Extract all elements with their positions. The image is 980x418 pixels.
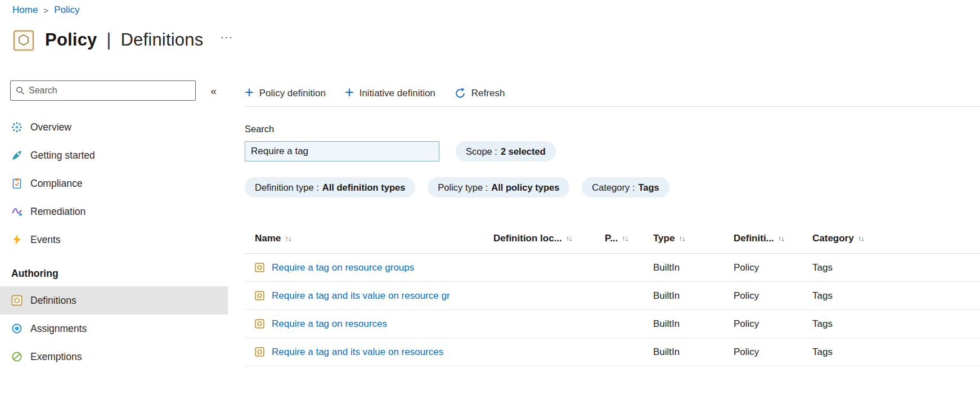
column-label: Category <box>812 233 854 244</box>
collapse-sidebar-icon[interactable]: « <box>207 84 220 98</box>
page-title-primary: Policy <box>45 30 97 50</box>
sidebar: « Overview <box>0 80 228 418</box>
sidebar-item-events[interactable]: Events <box>0 226 228 254</box>
column-header-policies[interactable]: P... ↑↓ <box>605 233 653 244</box>
pill-label: Policy type : <box>438 182 488 193</box>
definitions-icon <box>11 295 23 306</box>
initiative-definition-label: Initiative definition <box>359 88 435 99</box>
sort-icon: ↑↓ <box>285 234 291 242</box>
category-cell: Tags <box>812 347 980 358</box>
column-label: Definition loc... <box>493 233 562 244</box>
table-row: Require a tag and its value on resource … <box>245 282 980 310</box>
sidebar-item-label: Events <box>30 234 61 246</box>
policy-definition-icon <box>255 319 264 329</box>
filter-pill-scope[interactable]: Scope : 2 selected <box>456 141 556 161</box>
initiative-definition-button[interactable]: + Initiative definition <box>345 86 435 101</box>
sidebar-item-label: Definitions <box>30 295 77 307</box>
definition-type-cell: Policy <box>734 347 812 358</box>
category-cell: Tags <box>812 262 980 273</box>
sidebar-item-getting-started[interactable]: Getting started <box>0 141 228 169</box>
policy-definition-icon <box>255 347 264 357</box>
chevron-right-icon: > <box>43 6 48 15</box>
category-cell: Tags <box>812 318 980 330</box>
exemptions-icon <box>11 351 23 362</box>
refresh-label: Refresh <box>471 88 505 99</box>
column-label: P... <box>605 233 618 244</box>
pill-value: All definition types <box>322 182 406 193</box>
column-header-name[interactable]: Name ↑↓ <box>245 233 493 244</box>
category-cell: Tags <box>812 290 980 302</box>
events-icon <box>11 234 23 245</box>
sidebar-item-label: Compliance <box>30 178 82 190</box>
column-header-type[interactable]: Type ↑↓ <box>653 233 734 244</box>
filter-pill-policy-type[interactable]: Policy type : All policy types <box>428 177 569 197</box>
definition-type-cell: Policy <box>734 318 812 330</box>
page-title: Policy | Definitions <box>45 30 203 50</box>
filter-search-input[interactable] <box>245 141 439 161</box>
pill-value: All policy types <box>491 182 559 193</box>
sidebar-nav: Overview Getting started Compliance <box>0 113 228 371</box>
pill-label: Category : <box>592 182 635 193</box>
column-header-definition-type[interactable]: Definiti... ↑↓ <box>734 233 812 244</box>
sidebar-search-input[interactable] <box>10 80 196 101</box>
breadcrumb: Home > Policy <box>12 5 79 16</box>
name-cell: Require a tag on resource groups <box>245 262 493 273</box>
sidebar-section-authoring: Authoring <box>0 260 228 286</box>
compliance-icon <box>11 178 23 189</box>
pill-label: Scope : <box>466 146 497 157</box>
sidebar-item-label: Overview <box>30 122 71 133</box>
policy-name-link[interactable]: Require a tag on resources <box>272 318 387 330</box>
filter-pill-category[interactable]: Category : Tags <box>582 177 669 197</box>
sidebar-search-row: « <box>0 80 228 101</box>
sort-icon: ↑↓ <box>566 234 572 242</box>
sort-icon: ↑↓ <box>678 234 685 242</box>
definition-type-cell: Policy <box>734 290 812 302</box>
table-row: Require a tag and its value on resources… <box>245 338 980 366</box>
breadcrumb-policy-link[interactable]: Policy <box>54 5 79 16</box>
name-cell: Require a tag and its value on resources <box>245 347 493 358</box>
type-cell: BuiltIn <box>653 262 734 273</box>
sidebar-item-overview[interactable]: Overview <box>0 113 228 141</box>
assignments-icon <box>11 323 23 334</box>
type-cell: BuiltIn <box>653 318 734 330</box>
policy-icon <box>12 28 36 52</box>
sidebar-item-remediation[interactable]: Remediation <box>0 197 228 226</box>
main-content: + Policy definition + Initiative definit… <box>245 80 980 418</box>
sort-icon: ↑↓ <box>778 234 784 242</box>
policy-definition-button[interactable]: + Policy definition <box>245 86 326 101</box>
definition-type-cell: Policy <box>734 262 812 273</box>
policy-name-link[interactable]: Require a tag and its value on resources <box>272 347 443 358</box>
sidebar-item-assignments[interactable]: Assignments <box>0 314 228 343</box>
breadcrumb-home-link[interactable]: Home <box>12 5 38 16</box>
sidebar-item-label: Assignments <box>30 323 87 335</box>
definitions-table: Name ↑↓ Definition loc... ↑↓ P... ↑↓ Typ… <box>245 223 980 366</box>
column-label: Definiti... <box>734 233 774 244</box>
page-title-separator: | <box>106 30 111 50</box>
table-row: Require a tag on resource groups BuiltIn… <box>245 254 980 282</box>
page-title-secondary: Definitions <box>120 30 203 50</box>
getting-started-icon <box>11 150 23 161</box>
policy-name-link[interactable]: Require a tag on resource groups <box>272 262 414 273</box>
search-icon <box>16 86 25 97</box>
pill-value: Tags <box>638 182 659 193</box>
pill-label: Definition type : <box>255 182 319 193</box>
column-header-category[interactable]: Category ↑↓ <box>812 233 980 244</box>
sort-icon: ↑↓ <box>858 234 864 242</box>
more-options-icon[interactable]: ··· <box>220 30 233 43</box>
type-cell: BuiltIn <box>653 290 734 302</box>
filter-pill-definition-type[interactable]: Definition type : All definition types <box>245 177 415 197</box>
table-row: Require a tag on resources BuiltIn Polic… <box>245 310 980 338</box>
pill-value: 2 selected <box>501 146 546 157</box>
sidebar-item-label: Getting started <box>30 150 95 161</box>
policy-definition-icon <box>255 263 264 272</box>
policy-name-link[interactable]: Require a tag and its value on resource … <box>272 290 450 302</box>
page-header: Policy | Definitions ··· <box>12 28 233 52</box>
sidebar-item-compliance[interactable]: Compliance <box>0 169 228 197</box>
refresh-icon <box>455 88 466 99</box>
column-header-definition-location[interactable]: Definition loc... ↑↓ <box>493 233 605 244</box>
filter-row-1: Scope : 2 selected <box>245 141 980 161</box>
sidebar-item-definitions[interactable]: Definitions <box>0 286 228 314</box>
sidebar-item-exemptions[interactable]: Exemptions <box>0 343 228 371</box>
refresh-button[interactable]: Refresh <box>455 88 505 99</box>
policy-definition-label: Policy definition <box>259 88 326 99</box>
